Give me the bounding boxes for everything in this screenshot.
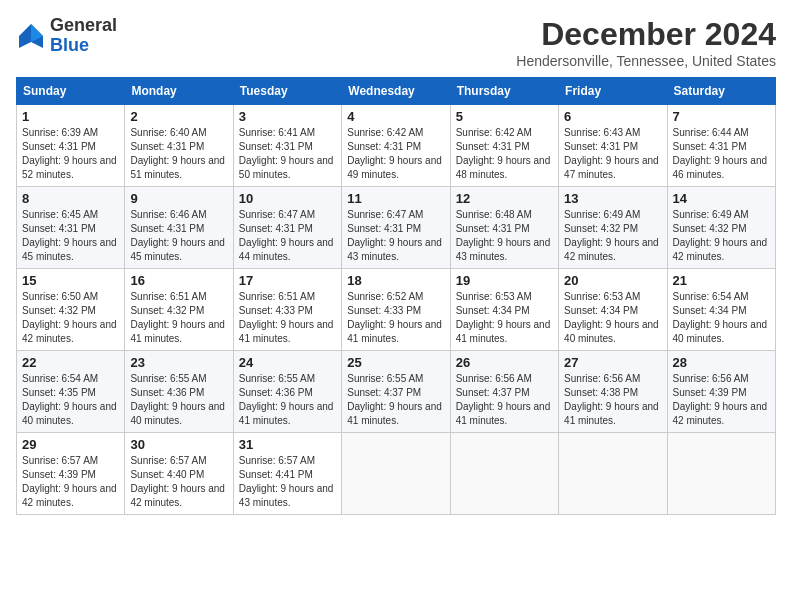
day-cell: 3 Sunrise: 6:41 AM Sunset: 4:31 PM Dayli…: [233, 105, 341, 187]
day-cell: 22 Sunrise: 6:54 AM Sunset: 4:35 PM Dayl…: [17, 351, 125, 433]
header-cell-tuesday: Tuesday: [233, 78, 341, 105]
day-cell: 27 Sunrise: 6:56 AM Sunset: 4:38 PM Dayl…: [559, 351, 667, 433]
day-info: Sunrise: 6:40 AM Sunset: 4:31 PM Dayligh…: [130, 126, 227, 182]
day-cell: 13 Sunrise: 6:49 AM Sunset: 4:32 PM Dayl…: [559, 187, 667, 269]
month-title: December 2024: [516, 16, 776, 53]
day-cell: 31 Sunrise: 6:57 AM Sunset: 4:41 PM Dayl…: [233, 433, 341, 515]
day-number: 5: [456, 109, 553, 124]
day-info: Sunrise: 6:53 AM Sunset: 4:34 PM Dayligh…: [456, 290, 553, 346]
day-cell: 5 Sunrise: 6:42 AM Sunset: 4:31 PM Dayli…: [450, 105, 558, 187]
header-cell-thursday: Thursday: [450, 78, 558, 105]
day-cell: [667, 433, 775, 515]
header-cell-wednesday: Wednesday: [342, 78, 450, 105]
day-cell: 23 Sunrise: 6:55 AM Sunset: 4:36 PM Dayl…: [125, 351, 233, 433]
day-cell: 21 Sunrise: 6:54 AM Sunset: 4:34 PM Dayl…: [667, 269, 775, 351]
week-row-1: 1 Sunrise: 6:39 AM Sunset: 4:31 PM Dayli…: [17, 105, 776, 187]
day-number: 23: [130, 355, 227, 370]
day-cell: 18 Sunrise: 6:52 AM Sunset: 4:33 PM Dayl…: [342, 269, 450, 351]
day-number: 3: [239, 109, 336, 124]
day-number: 15: [22, 273, 119, 288]
title-area: December 2024 Hendersonville, Tennessee,…: [516, 16, 776, 69]
day-number: 20: [564, 273, 661, 288]
week-row-4: 22 Sunrise: 6:54 AM Sunset: 4:35 PM Dayl…: [17, 351, 776, 433]
day-number: 31: [239, 437, 336, 452]
day-cell: [559, 433, 667, 515]
day-info: Sunrise: 6:57 AM Sunset: 4:41 PM Dayligh…: [239, 454, 336, 510]
logo-icon: [16, 21, 46, 51]
day-number: 29: [22, 437, 119, 452]
day-cell: 30 Sunrise: 6:57 AM Sunset: 4:40 PM Dayl…: [125, 433, 233, 515]
day-info: Sunrise: 6:54 AM Sunset: 4:35 PM Dayligh…: [22, 372, 119, 428]
day-number: 26: [456, 355, 553, 370]
day-number: 18: [347, 273, 444, 288]
day-cell: 14 Sunrise: 6:49 AM Sunset: 4:32 PM Dayl…: [667, 187, 775, 269]
day-info: Sunrise: 6:49 AM Sunset: 4:32 PM Dayligh…: [673, 208, 770, 264]
day-number: 10: [239, 191, 336, 206]
day-info: Sunrise: 6:55 AM Sunset: 4:36 PM Dayligh…: [239, 372, 336, 428]
day-cell: 26 Sunrise: 6:56 AM Sunset: 4:37 PM Dayl…: [450, 351, 558, 433]
day-info: Sunrise: 6:57 AM Sunset: 4:40 PM Dayligh…: [130, 454, 227, 510]
day-info: Sunrise: 6:41 AM Sunset: 4:31 PM Dayligh…: [239, 126, 336, 182]
day-number: 1: [22, 109, 119, 124]
day-info: Sunrise: 6:55 AM Sunset: 4:36 PM Dayligh…: [130, 372, 227, 428]
header-cell-sunday: Sunday: [17, 78, 125, 105]
day-cell: 4 Sunrise: 6:42 AM Sunset: 4:31 PM Dayli…: [342, 105, 450, 187]
day-info: Sunrise: 6:46 AM Sunset: 4:31 PM Dayligh…: [130, 208, 227, 264]
day-number: 4: [347, 109, 444, 124]
day-cell: 6 Sunrise: 6:43 AM Sunset: 4:31 PM Dayli…: [559, 105, 667, 187]
day-info: Sunrise: 6:56 AM Sunset: 4:39 PM Dayligh…: [673, 372, 770, 428]
calendar-header-row: SundayMondayTuesdayWednesdayThursdayFrid…: [17, 78, 776, 105]
day-info: Sunrise: 6:47 AM Sunset: 4:31 PM Dayligh…: [239, 208, 336, 264]
day-cell: 1 Sunrise: 6:39 AM Sunset: 4:31 PM Dayli…: [17, 105, 125, 187]
week-row-5: 29 Sunrise: 6:57 AM Sunset: 4:39 PM Dayl…: [17, 433, 776, 515]
day-cell: 15 Sunrise: 6:50 AM Sunset: 4:32 PM Dayl…: [17, 269, 125, 351]
day-number: 25: [347, 355, 444, 370]
day-number: 13: [564, 191, 661, 206]
day-cell: 12 Sunrise: 6:48 AM Sunset: 4:31 PM Dayl…: [450, 187, 558, 269]
day-cell: 9 Sunrise: 6:46 AM Sunset: 4:31 PM Dayli…: [125, 187, 233, 269]
logo-text: General Blue: [50, 16, 117, 56]
day-cell: 24 Sunrise: 6:55 AM Sunset: 4:36 PM Dayl…: [233, 351, 341, 433]
day-number: 17: [239, 273, 336, 288]
day-info: Sunrise: 6:48 AM Sunset: 4:31 PM Dayligh…: [456, 208, 553, 264]
day-cell: 10 Sunrise: 6:47 AM Sunset: 4:31 PM Dayl…: [233, 187, 341, 269]
day-cell: 11 Sunrise: 6:47 AM Sunset: 4:31 PM Dayl…: [342, 187, 450, 269]
day-cell: [450, 433, 558, 515]
day-cell: [342, 433, 450, 515]
day-info: Sunrise: 6:56 AM Sunset: 4:38 PM Dayligh…: [564, 372, 661, 428]
day-number: 12: [456, 191, 553, 206]
header-cell-friday: Friday: [559, 78, 667, 105]
day-cell: 19 Sunrise: 6:53 AM Sunset: 4:34 PM Dayl…: [450, 269, 558, 351]
calendar: SundayMondayTuesdayWednesdayThursdayFrid…: [16, 77, 776, 515]
day-number: 30: [130, 437, 227, 452]
day-info: Sunrise: 6:42 AM Sunset: 4:31 PM Dayligh…: [347, 126, 444, 182]
day-number: 14: [673, 191, 770, 206]
day-info: Sunrise: 6:54 AM Sunset: 4:34 PM Dayligh…: [673, 290, 770, 346]
day-number: 8: [22, 191, 119, 206]
day-number: 24: [239, 355, 336, 370]
day-info: Sunrise: 6:52 AM Sunset: 4:33 PM Dayligh…: [347, 290, 444, 346]
day-info: Sunrise: 6:55 AM Sunset: 4:37 PM Dayligh…: [347, 372, 444, 428]
day-number: 19: [456, 273, 553, 288]
day-cell: 16 Sunrise: 6:51 AM Sunset: 4:32 PM Dayl…: [125, 269, 233, 351]
day-cell: 20 Sunrise: 6:53 AM Sunset: 4:34 PM Dayl…: [559, 269, 667, 351]
day-number: 2: [130, 109, 227, 124]
day-info: Sunrise: 6:51 AM Sunset: 4:33 PM Dayligh…: [239, 290, 336, 346]
day-info: Sunrise: 6:57 AM Sunset: 4:39 PM Dayligh…: [22, 454, 119, 510]
logo: General Blue: [16, 16, 117, 56]
week-row-2: 8 Sunrise: 6:45 AM Sunset: 4:31 PM Dayli…: [17, 187, 776, 269]
day-info: Sunrise: 6:51 AM Sunset: 4:32 PM Dayligh…: [130, 290, 227, 346]
day-info: Sunrise: 6:47 AM Sunset: 4:31 PM Dayligh…: [347, 208, 444, 264]
header-cell-saturday: Saturday: [667, 78, 775, 105]
day-info: Sunrise: 6:39 AM Sunset: 4:31 PM Dayligh…: [22, 126, 119, 182]
day-cell: 7 Sunrise: 6:44 AM Sunset: 4:31 PM Dayli…: [667, 105, 775, 187]
day-info: Sunrise: 6:53 AM Sunset: 4:34 PM Dayligh…: [564, 290, 661, 346]
day-number: 7: [673, 109, 770, 124]
day-cell: 8 Sunrise: 6:45 AM Sunset: 4:31 PM Dayli…: [17, 187, 125, 269]
location-title: Hendersonville, Tennessee, United States: [516, 53, 776, 69]
day-info: Sunrise: 6:42 AM Sunset: 4:31 PM Dayligh…: [456, 126, 553, 182]
day-cell: 17 Sunrise: 6:51 AM Sunset: 4:33 PM Dayl…: [233, 269, 341, 351]
day-cell: 28 Sunrise: 6:56 AM Sunset: 4:39 PM Dayl…: [667, 351, 775, 433]
week-row-3: 15 Sunrise: 6:50 AM Sunset: 4:32 PM Dayl…: [17, 269, 776, 351]
header: General Blue December 2024 Hendersonvill…: [16, 16, 776, 69]
